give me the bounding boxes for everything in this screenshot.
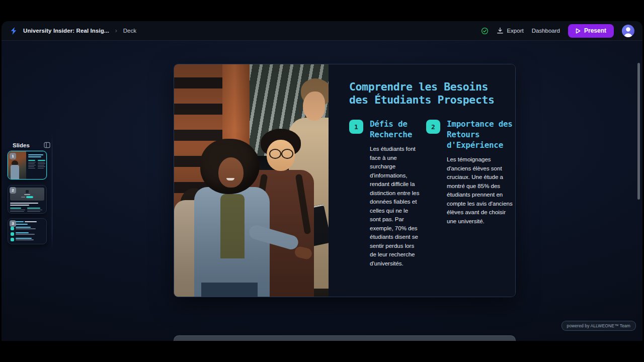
play-icon <box>576 28 581 34</box>
slide-title[interactable]: Comprendre les Besoins des Étudiants Pro… <box>349 80 504 107</box>
breadcrumb-current[interactable]: Deck <box>123 28 136 34</box>
document-title[interactable]: University Insider: Real Insig... <box>23 28 109 34</box>
slides-panel-title: Slides <box>13 142 30 148</box>
user-avatar[interactable] <box>622 25 634 37</box>
dashboard-button[interactable]: Dashboard <box>532 28 560 34</box>
letterbox-bottom <box>0 341 644 362</box>
slide-thumbnail-2[interactable]: 2 <box>8 185 47 214</box>
breadcrumb-chevron-icon: › <box>115 27 117 34</box>
panel-toggle-icon[interactable] <box>44 142 50 148</box>
user-icon <box>622 25 634 37</box>
top-bar: University Insider: Real Insig... › Deck… <box>2 21 642 41</box>
present-button[interactable]: Present <box>568 24 614 38</box>
slide-thumbnail-3[interactable]: 3 <box>8 218 47 244</box>
slide-photo <box>174 64 329 297</box>
slides-panel: Slides 1 <box>2 41 54 341</box>
slide-text-panel: Comprendre les Besoins des Étudiants Pro… <box>329 64 515 297</box>
section-number-badge: 1 <box>349 120 363 134</box>
slide-number-badge: 2 <box>10 187 16 194</box>
section-body: Les témoignages d'anciens élèves sont cr… <box>447 155 513 226</box>
section-number-badge: 2 <box>426 120 440 134</box>
saved-check-icon <box>481 27 489 35</box>
editor-canvas: Slides 1 <box>2 41 642 341</box>
letterbox-top <box>0 0 644 21</box>
download-icon <box>497 27 504 34</box>
section-heading: Importance des Retours d'Expérience <box>447 119 513 150</box>
thumb1-content <box>28 154 44 168</box>
slide-section-2[interactable]: 2 Importance des Retours d'Expérience Le… <box>426 119 513 268</box>
app-logo-icon[interactable] <box>10 27 18 35</box>
photo-vignette <box>174 64 329 297</box>
panel-divider <box>52 133 52 250</box>
slide-thumbnail-1[interactable]: 1 <box>8 151 47 179</box>
vertical-scrollbar[interactable] <box>637 63 640 200</box>
slide-number-badge: 1 <box>10 153 16 159</box>
export-label: Export <box>507 28 523 34</box>
slide-section-1[interactable]: 1 Défis de Recherche Les étudiants font … <box>349 119 426 268</box>
watermark-badge: powered by ALLWEONE™ Team <box>561 321 636 331</box>
slide-card[interactable]: Comprendre les Besoins des Étudiants Pro… <box>174 64 516 297</box>
section-heading: Défis de Recherche <box>370 119 426 140</box>
thumb2-content <box>10 203 44 212</box>
export-button[interactable]: Export <box>497 27 523 34</box>
section-body: Les étudiants font face à une surcharge … <box>370 145 420 268</box>
next-slide-card[interactable] <box>174 335 516 341</box>
app-window: University Insider: Real Insig... › Deck… <box>2 21 642 341</box>
slide-number-badge: 3 <box>10 220 16 227</box>
screen: University Insider: Real Insig... › Deck… <box>0 0 644 362</box>
